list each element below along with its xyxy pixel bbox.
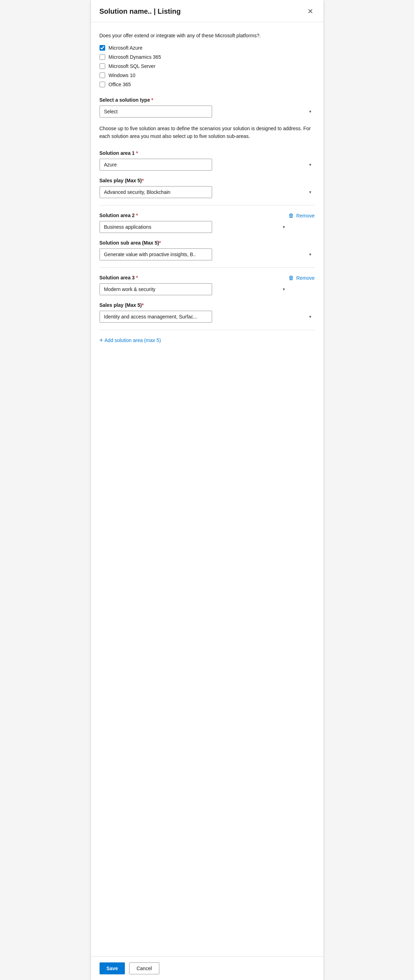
solution-area-3-header: Solution area 3 * Modern work & security… <box>100 275 315 302</box>
remove-area-2-button[interactable]: 🗑 Remove <box>289 213 314 219</box>
panel-header: Solution name.. | Listing ✕ <box>91 0 323 22</box>
solution-area-2-header: Solution area 2 * Business applications … <box>100 213 315 240</box>
add-solution-area-button[interactable]: + Add solution area (max 5) <box>100 337 161 344</box>
add-area-label: Add solution area (max 5) <box>105 337 161 343</box>
checkbox-windows-input[interactable] <box>100 73 105 78</box>
solution-sub-area-2-label: Solution sub area (Max 5)* <box>100 240 315 246</box>
platforms-question: Does your offer extend or integrate with… <box>100 32 315 40</box>
checkbox-office[interactable]: Office 365 <box>100 82 315 87</box>
solution-area-1-section: Solution area 1 * Azure Business applica… <box>100 150 315 198</box>
solution-area-3-label: Solution area 3 * <box>100 275 289 280</box>
solution-area-2-chevron-icon: ▾ <box>283 224 285 229</box>
solution-sub-area-2-chevron-icon: ▾ <box>309 252 311 257</box>
sales-play-1-chevron-icon: ▾ <box>309 190 311 195</box>
checkbox-sql-input[interactable] <box>100 63 105 69</box>
platforms-checkbox-group: Microsoft Azure Microsoft Dynamics 365 M… <box>100 45 315 87</box>
checkbox-office-input[interactable] <box>100 82 105 87</box>
divider-1 <box>100 205 315 205</box>
solution-type-select[interactable]: Select Option 1 Option 2 <box>100 105 212 118</box>
remove-area-3-button[interactable]: 🗑 Remove <box>289 275 314 281</box>
sales-play-1-wrapper: Advanced security, Blockchain ▾ <box>100 186 315 198</box>
panel-footer: Save Cancel <box>91 956 323 980</box>
checkbox-sql[interactable]: Microsoft SQL Server <box>100 63 315 69</box>
solution-area-2-wrapper: Business applications Azure Modern work … <box>100 221 289 233</box>
save-button[interactable]: Save <box>100 963 125 974</box>
divider-3 <box>100 330 315 330</box>
solution-area-2-label: Solution area 2 * <box>100 213 289 218</box>
checkbox-windows[interactable]: Windows 10 <box>100 73 315 78</box>
panel: Solution name.. | Listing ✕ Does your of… <box>91 0 323 980</box>
solution-area-3-chevron-icon: ▾ <box>283 287 285 292</box>
solution-type-label: Select a solution type * <box>100 97 315 103</box>
checkbox-azure-label: Microsoft Azure <box>109 45 143 51</box>
solution-area-1-wrapper: Azure Business applications Modern work … <box>100 159 315 171</box>
divider-2 <box>100 267 315 268</box>
checkbox-azure-input[interactable] <box>100 45 105 51</box>
solution-area-3-section: Solution area 3 * Modern work & security… <box>100 275 315 323</box>
solution-area-3-left: Solution area 3 * Modern work & security… <box>100 275 289 302</box>
close-button[interactable]: ✕ <box>306 6 315 16</box>
panel-body: Does your offer extend or integrate with… <box>91 22 323 956</box>
solution-area-2-left: Solution area 2 * Business applications … <box>100 213 289 240</box>
checkbox-sql-label: Microsoft SQL Server <box>109 63 155 69</box>
sales-play-3-chevron-icon: ▾ <box>309 314 311 319</box>
checkbox-dynamics-input[interactable] <box>100 54 105 60</box>
sales-play-3-wrapper: Identity and access management, Surfac..… <box>100 311 315 323</box>
solution-area-2-section: Solution area 2 * Business applications … <box>100 213 315 260</box>
close-icon: ✕ <box>308 7 313 15</box>
sales-play-3-select[interactable]: Identity and access management, Surfac..… <box>100 311 212 323</box>
page-title: Solution name.. | Listing <box>100 7 181 16</box>
solution-area-1-chevron-icon: ▾ <box>309 162 311 167</box>
trash-icon-2: 🗑 <box>289 213 294 219</box>
sales-play-1-label: Sales play (Max 5)* <box>100 178 315 183</box>
checkbox-office-label: Office 365 <box>109 82 131 87</box>
solution-type-wrapper: Select Option 1 Option 2 ▾ <box>100 105 315 118</box>
cancel-button[interactable]: Cancel <box>129 963 159 974</box>
remove-area-2-label: Remove <box>296 213 314 218</box>
checkbox-dynamics[interactable]: Microsoft Dynamics 365 <box>100 54 315 60</box>
solution-areas-info: Choose up to five solution areas to defi… <box>100 124 315 140</box>
checkbox-dynamics-label: Microsoft Dynamics 365 <box>109 54 161 60</box>
checkbox-azure[interactable]: Microsoft Azure <box>100 45 315 51</box>
solution-area-1-select[interactable]: Azure Business applications Modern work … <box>100 159 212 171</box>
solution-sub-area-2-wrapper: Generate value with proactive insights, … <box>100 248 315 260</box>
sales-play-3-label: Sales play (Max 5)* <box>100 302 315 308</box>
checkbox-windows-label: Windows 10 <box>109 73 135 78</box>
solution-area-1-label: Solution area 1 * <box>100 150 315 156</box>
solution-area-2-select[interactable]: Business applications Azure Modern work … <box>100 221 212 233</box>
solution-area-3-wrapper: Modern work & security Azure Business ap… <box>100 283 289 295</box>
sales-play-1-select[interactable]: Advanced security, Blockchain <box>100 186 212 198</box>
solution-area-3-select[interactable]: Modern work & security Azure Business ap… <box>100 283 212 295</box>
solution-type-chevron-icon: ▾ <box>309 109 311 114</box>
trash-icon-3: 🗑 <box>289 275 294 281</box>
solution-sub-area-2-select[interactable]: Generate value with proactive insights, … <box>100 248 212 260</box>
solution-type-section: Select a solution type * Select Option 1… <box>100 97 315 118</box>
solution-type-required: * <box>151 97 153 103</box>
remove-area-3-label: Remove <box>296 275 314 281</box>
plus-icon: + <box>100 337 103 344</box>
